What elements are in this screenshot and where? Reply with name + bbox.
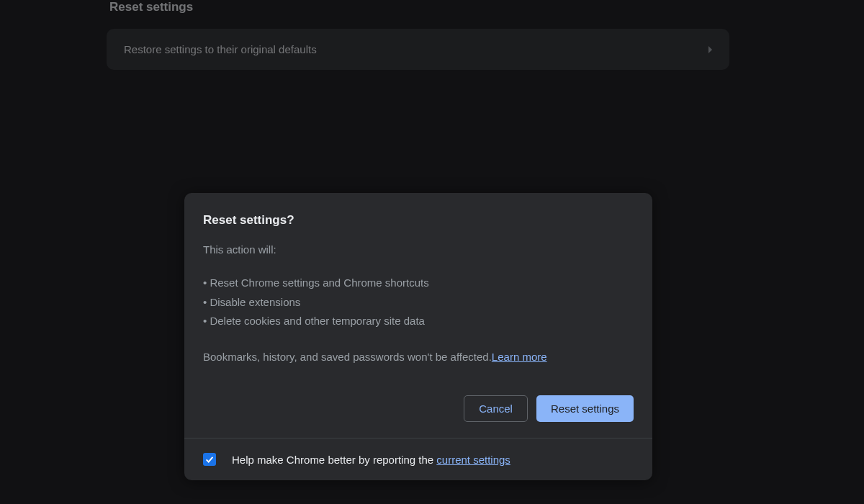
cancel-button[interactable]: Cancel [464, 395, 528, 422]
section-heading: Reset settings [109, 0, 729, 14]
dialog-bullet: • Delete cookies and other temporary sit… [203, 312, 634, 330]
reset-settings-section: Reset settings Restore settings to their… [107, 0, 729, 70]
reset-settings-button[interactable]: Reset settings [536, 395, 634, 422]
dialog-footer-text: Bookmarks, history, and saved passwords … [203, 348, 634, 366]
dialog-actions: Cancel Reset settings [203, 395, 634, 422]
dialog-body: Reset settings? This action will: • Rese… [184, 193, 652, 438]
learn-more-link[interactable]: Learn more [492, 351, 547, 363]
dialog-intro: This action will: [203, 240, 634, 259]
restore-defaults-label: Restore settings to their original defau… [124, 43, 317, 55]
dialog-bullet: • Reset Chrome settings and Chrome short… [203, 274, 634, 292]
dialog-description: This action will: • Reset Chrome setting… [203, 240, 634, 366]
report-checkbox[interactable] [203, 453, 216, 466]
reset-settings-dialog: Reset settings? This action will: • Rese… [184, 193, 652, 480]
current-settings-link[interactable]: current settings [436, 454, 510, 466]
report-label: Help make Chrome better by reporting the… [232, 454, 510, 466]
dialog-title: Reset settings? [203, 213, 634, 228]
dialog-bullet-list: • Reset Chrome settings and Chrome short… [203, 274, 634, 330]
chevron-right-icon [708, 46, 712, 53]
restore-defaults-row[interactable]: Restore settings to their original defau… [107, 29, 729, 70]
dialog-report-footer: Help make Chrome better by reporting the… [184, 438, 652, 480]
check-icon [204, 454, 215, 464]
dialog-bullet: • Disable extensions [203, 293, 634, 312]
